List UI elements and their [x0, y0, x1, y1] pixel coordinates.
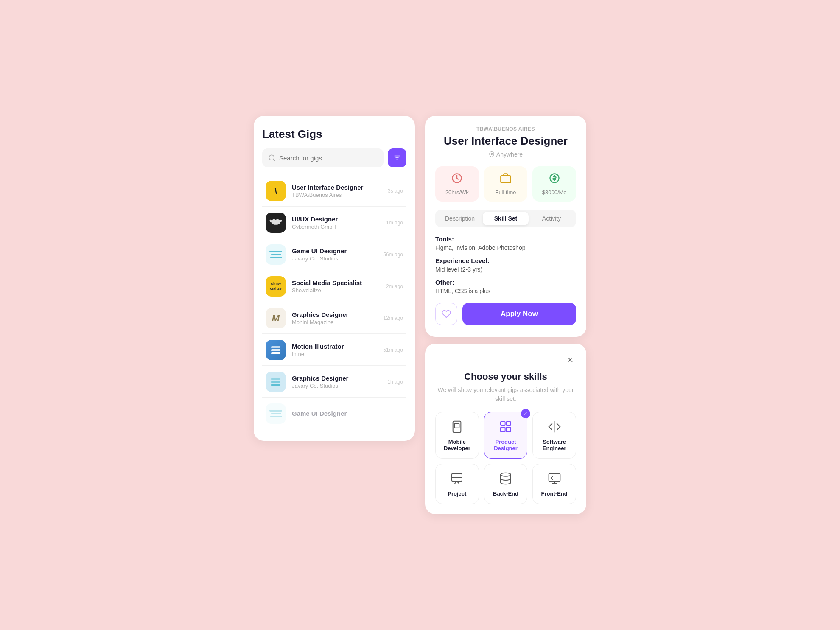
skill-card-project[interactable]: Project	[435, 464, 479, 504]
company-logo	[266, 403, 286, 424]
gig-time: 2m ago	[386, 283, 403, 289]
list-item[interactable]: Game UI Designer	[262, 398, 406, 429]
gig-time: 56m ago	[383, 252, 403, 258]
job-title: User Interface Designer	[435, 134, 576, 148]
gig-title: Graphics Designer	[292, 311, 377, 318]
gig-time: 3s ago	[388, 188, 403, 194]
filter-icon	[393, 154, 401, 162]
svg-rect-21	[506, 422, 511, 425]
skill-card-frontend[interactable]: Front-End	[532, 464, 576, 504]
gig-title: User Interface Designer	[292, 184, 382, 191]
apply-button[interactable]: Apply Now	[462, 303, 576, 325]
layers-icon	[269, 344, 282, 356]
svg-rect-10	[271, 384, 280, 386]
skill-heading: Tools:	[435, 235, 576, 243]
skill-label-project: Project	[448, 490, 466, 497]
job-detail-panel: TBWA\BUENOS AIRES User Interface Designe…	[425, 116, 586, 337]
gig-company: Mohini Magazine	[292, 319, 377, 325]
list-item[interactable]: \ User Interface Designer TBWA\Buenos Ai…	[262, 176, 406, 207]
svg-rect-6	[271, 349, 280, 351]
list-item[interactable]: Showcialize Social Media Specialist Show…	[262, 271, 406, 302]
briefcase-icon	[500, 172, 512, 187]
gig-title: Graphics Designer	[292, 375, 381, 382]
svg-rect-28	[549, 473, 560, 482]
svg-line-1	[273, 159, 274, 160]
svg-rect-8	[271, 378, 280, 380]
skill-experience-section: Experience Level: Mid level (2-3 yrs)	[435, 257, 576, 273]
skill-other-section: Other: HTML, CSS is a plus	[435, 279, 576, 294]
money-icon	[549, 172, 560, 187]
skills-grid: Mobile Developer ✓ Product Designer	[435, 412, 576, 504]
gig-info: Social Media Specialist Showcialize	[292, 279, 380, 294]
favorite-button[interactable]	[435, 303, 457, 325]
gig-company: Javary Co. Studios	[292, 383, 381, 389]
skill-card-software[interactable]: Software Engineer	[532, 412, 576, 459]
search-row	[262, 148, 406, 167]
company-logo: M	[266, 308, 286, 328]
skill-tools-section: Tools: Figma, Invision, Adobe Photoshop	[435, 235, 576, 251]
svg-rect-5	[271, 346, 280, 348]
svg-point-27	[501, 473, 511, 476]
gig-info: User Interface Designer TBWA\Buenos Aire…	[292, 184, 382, 198]
job-location: Anywhere	[435, 151, 576, 158]
frontend-icon	[547, 471, 562, 486]
gig-info: Motion Illustrator Intnet	[292, 343, 377, 357]
selected-checkmark: ✓	[521, 409, 530, 418]
gig-title: Game UI Designer	[292, 247, 377, 255]
gig-company: Javary Co. Studios	[292, 255, 377, 262]
location-text: Anywhere	[496, 151, 523, 158]
gig-title: Social Media Specialist	[292, 279, 380, 286]
skill-other-value: HTML, CSS is a plus	[435, 288, 576, 294]
skill-card-product[interactable]: ✓ Product Designer	[484, 412, 528, 459]
modal-title: Choose your skills	[435, 371, 576, 382]
svg-rect-22	[501, 427, 505, 432]
svg-rect-13	[501, 176, 510, 182]
skill-card-mobile[interactable]: Mobile Developer	[435, 412, 479, 459]
skill-label-backend: Back-End	[493, 490, 518, 497]
tab-activity[interactable]: Activity	[529, 212, 574, 225]
gig-time: 51m ago	[383, 347, 403, 353]
close-icon	[566, 356, 574, 364]
stat-type-label: Full time	[495, 189, 516, 196]
list-item[interactable]: Game UI Designer Javary Co. Studios 56m …	[262, 239, 406, 270]
list-item[interactable]: Motion Illustrator Intnet 51m ago	[262, 335, 406, 366]
clock-icon	[451, 172, 463, 187]
skill-experience-value: Mid level (2-3 yrs)	[435, 266, 576, 273]
gig-info: Game UI Designer	[292, 410, 397, 418]
gig-company: Intnet	[292, 351, 377, 357]
list-item[interactable]: UI/UX Designer Cybermoth GmbH 1m ago	[262, 207, 406, 238]
tab-skillset[interactable]: Skill Set	[483, 212, 529, 225]
code-icon	[547, 419, 562, 434]
close-button[interactable]	[564, 354, 576, 368]
company-logo	[266, 244, 286, 265]
skills-modal: Choose your skills We will show you rele…	[425, 344, 586, 514]
gig-time: 12m ago	[383, 315, 403, 321]
list-item[interactable]: Graphics Designer Javary Co. Studios 1h …	[262, 367, 406, 398]
company-logo: \	[266, 181, 286, 201]
gig-title: Game UI Designer	[292, 410, 397, 417]
product-icon	[498, 419, 513, 434]
skill-card-backend[interactable]: Back-End	[484, 464, 528, 504]
wave-logo-2	[266, 406, 286, 421]
list-item[interactable]: M Graphics Designer Mohini Magazine 12m …	[262, 303, 406, 334]
gig-info: UI/UX Designer Cybermoth GmbH	[292, 216, 380, 230]
modal-subtitle: We will show you relevant gigs associate…	[435, 386, 576, 403]
skill-label-product: Product Designer	[489, 439, 523, 451]
company-logo	[266, 213, 286, 233]
job-company-label: TBWA\BUENOS AIRES	[435, 126, 576, 132]
gig-company: TBWA\Buenos Aires	[292, 192, 382, 198]
action-row: Apply Now	[435, 303, 576, 325]
bat-icon	[269, 216, 283, 230]
skill-tools-value: Figma, Invision, Adobe Photoshop	[435, 244, 576, 251]
filter-button[interactable]	[388, 148, 406, 167]
gig-info: Graphics Designer Javary Co. Studios	[292, 375, 381, 389]
stat-hours-label: 20hrs/Wk	[445, 189, 469, 196]
tab-description[interactable]: Description	[437, 212, 483, 225]
svg-point-11	[491, 153, 493, 155]
skill-label-frontend: Front-End	[541, 490, 568, 497]
gig-company: Cybermoth GmbH	[292, 224, 380, 230]
search-input[interactable]	[279, 154, 378, 162]
stat-hours: 20hrs/Wk	[435, 166, 479, 202]
skill-label-mobile: Mobile Developer	[440, 439, 474, 451]
backend-icon	[498, 471, 513, 486]
